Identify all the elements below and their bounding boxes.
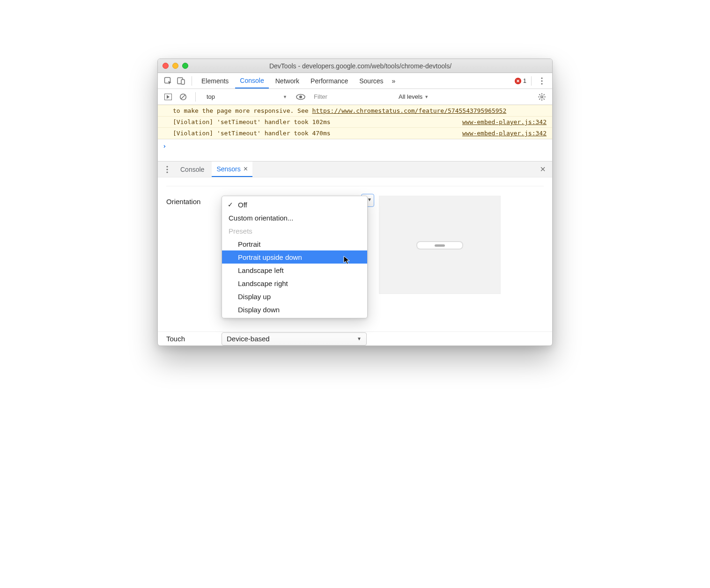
drawer-more-icon[interactable] — [162, 164, 173, 175]
svg-line-19 — [544, 94, 545, 95]
window-controls — [163, 63, 188, 69]
dropdown-option-custom[interactable]: Custom orientation... — [222, 211, 367, 224]
dropdown-option-off[interactable]: Off — [222, 198, 367, 211]
levels-value: All levels — [399, 93, 422, 100]
svg-line-9 — [181, 95, 185, 99]
filter-input[interactable]: Filter — [310, 91, 394, 103]
clear-console-icon[interactable] — [178, 91, 189, 103]
device-outline — [416, 241, 463, 250]
svg-point-22 — [166, 169, 168, 170]
log-message: [Violation] 'setTimeout' handler took 10… — [173, 118, 458, 125]
log-link[interactable]: https://www.chromestatus.com/feature/574… — [312, 107, 506, 114]
tab-performance[interactable]: Performance — [306, 73, 353, 88]
console-settings-icon[interactable] — [536, 91, 547, 103]
main-tabs: Elements Console Network Performance Sou… — [158, 73, 552, 89]
console-log-row[interactable]: to make the page more responsive. See ht… — [158, 105, 552, 116]
dropdown-option-display-down[interactable]: Display down — [222, 303, 367, 316]
device-toolbar-icon[interactable] — [176, 75, 187, 87]
console-prompt[interactable]: › — [158, 139, 552, 153]
chevron-down-icon: ▼ — [424, 95, 429, 99]
svg-point-4 — [541, 77, 542, 79]
dropdown-option-portrait[interactable]: Portrait — [222, 237, 367, 250]
svg-point-12 — [541, 96, 543, 97]
close-tab-icon[interactable]: × — [244, 165, 248, 173]
touch-label: Touch — [166, 335, 213, 343]
orientation-dropdown-menu: Off Custom orientation... Presets Portra… — [222, 196, 368, 318]
svg-point-6 — [541, 83, 542, 84]
tab-network[interactable]: Network — [271, 73, 304, 88]
device-orientation-preview[interactable] — [379, 196, 501, 294]
console-log-row[interactable]: [Violation] 'setTimeout' handler took 10… — [158, 116, 552, 127]
touch-row: Touch Device-based ▼ — [158, 331, 552, 345]
log-source-link[interactable]: www-embed-player.js:342 — [458, 118, 547, 125]
separator — [531, 76, 532, 86]
close-window-button[interactable] — [163, 63, 169, 69]
device-speaker — [435, 244, 445, 247]
separator — [192, 76, 192, 86]
dropdown-option-display-up[interactable]: Display up — [222, 290, 367, 303]
minimize-window-button[interactable] — [172, 63, 178, 69]
drawer-tab-console[interactable]: Console — [176, 162, 209, 177]
context-value: top — [207, 93, 215, 100]
tab-elements[interactable]: Elements — [197, 73, 233, 88]
sensors-panel: Orientation Off Custom orientation... Pr… — [158, 177, 552, 318]
live-expression-icon[interactable] — [295, 91, 306, 103]
log-message: [Violation] 'setTimeout' handler took 47… — [173, 130, 458, 137]
separator — [195, 92, 196, 102]
svg-line-17 — [539, 94, 540, 95]
touch-selector[interactable]: Device-based ▼ — [222, 332, 367, 345]
svg-line-20 — [539, 98, 540, 99]
close-drawer-icon[interactable]: × — [537, 164, 548, 175]
window-title: DevTools - developers.google.com/web/too… — [192, 62, 547, 70]
svg-point-5 — [541, 80, 542, 81]
chevron-down-icon: ▼ — [283, 95, 287, 99]
orientation-row: Orientation Off Custom orientation... Pr… — [166, 196, 544, 318]
svg-rect-2 — [181, 80, 185, 84]
error-count: 1 — [523, 77, 526, 84]
tab-console[interactable]: Console — [235, 73, 268, 88]
zoom-window-button[interactable] — [182, 63, 188, 69]
touch-value: Device-based — [227, 335, 270, 343]
dropdown-option-landscape-left[interactable]: Landscape left — [222, 264, 367, 277]
divider — [166, 186, 544, 186]
drawer-tabs: Console Sensors × × — [158, 161, 552, 177]
more-options-icon[interactable] — [536, 75, 547, 87]
inspect-element-icon[interactable] — [163, 75, 174, 87]
titlebar[interactable]: DevTools - developers.google.com/web/too… — [158, 59, 552, 73]
tab-sources[interactable]: Sources — [355, 73, 388, 88]
log-levels-selector[interactable]: All levels ▼ — [398, 91, 429, 103]
drawer-tab-sensors[interactable]: Sensors × — [212, 162, 252, 177]
dropdown-option-portrait-upside-down[interactable]: Portrait upside down — [222, 250, 367, 264]
orientation-label: Orientation — [166, 196, 213, 206]
toggle-sidebar-icon[interactable] — [163, 91, 174, 103]
chevron-down-icon: ▼ — [357, 336, 362, 341]
console-log-row[interactable]: [Violation] 'setTimeout' handler took 47… — [158, 127, 552, 139]
orientation-selector[interactable]: Off Custom orientation... Presets Portra… — [222, 196, 370, 318]
log-source-link[interactable]: www-embed-player.js:342 — [458, 130, 547, 137]
log-message: to make the page more responsive. See ht… — [173, 107, 547, 114]
drawer-tab-label: Sensors — [216, 165, 240, 173]
tabs-overflow-button[interactable]: » — [390, 73, 398, 88]
dropdown-option-landscape-right[interactable]: Landscape right — [222, 277, 367, 290]
console-toolbar: top ▼ Filter All levels ▼ — [158, 89, 552, 105]
svg-point-23 — [166, 171, 168, 173]
devtools-window: DevTools - developers.google.com/web/too… — [157, 59, 553, 346]
execution-context-selector[interactable]: top ▼ — [202, 91, 291, 103]
error-count-badge[interactable]: 1 — [515, 77, 526, 84]
svg-line-18 — [544, 98, 545, 99]
svg-point-21 — [166, 166, 168, 167]
dropdown-group-label: Presets — [222, 224, 367, 237]
svg-point-11 — [299, 96, 302, 98]
